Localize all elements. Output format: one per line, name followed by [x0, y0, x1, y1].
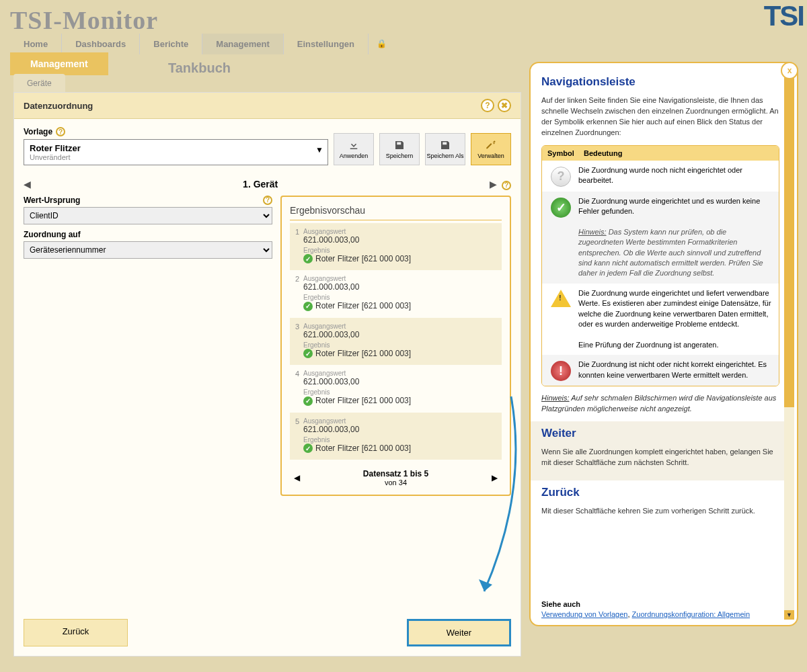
preview-record: 5Ausgangswert621.000.003,00ErgebnisRoter…: [290, 413, 502, 460]
help-hinweis: Hinweis: Auf sehr schmalen Bildschirmen …: [541, 393, 779, 415]
check-icon: [303, 396, 313, 406]
link-konfig[interactable]: Zuordnungskonfiguration: Allgemein: [632, 610, 751, 618]
topnav: Home Dashboards Berichte Management Eins…: [10, 34, 395, 54]
row-text: Die Zuordnung wurde eingerichtet und es …: [578, 196, 773, 279]
th-bedeutung: Bedeutung: [578, 146, 779, 161]
help-icon[interactable]: ?: [56, 127, 65, 136]
warning-icon: [551, 290, 571, 307]
pager-info: Datensatz 1 bis 5von 34: [363, 469, 428, 487]
preview-panel: Ergebnisvorschau 1Ausgangswert621.000.00…: [280, 196, 511, 497]
step-title: 1. Gerät: [243, 179, 278, 190]
zurueck-button[interactable]: Zurück: [24, 619, 128, 646]
geraete-tab[interactable]: Geräte: [13, 74, 65, 93]
weiter-button[interactable]: Weiter: [407, 619, 511, 646]
logo: TSI: [642, 0, 804, 30]
preview-record: 1Ausgangswert621.000.003,00ErgebnisRoter…: [290, 223, 502, 271]
preview-title: Ergebnisvorschau: [290, 205, 502, 220]
step-prev[interactable]: ◀: [24, 179, 31, 190]
scrollbar[interactable]: ▲▼: [784, 69, 794, 620]
check-icon: [303, 254, 313, 263]
row-text: Die Zuordnung wurde eingerichtet und lie…: [578, 288, 773, 350]
check-icon: [303, 444, 313, 453]
wert-ursprung-select[interactable]: ClientID: [24, 207, 272, 224]
main-panel: Datenzuordnung ? ✖ Vorlage ? Roter Flitz…: [13, 92, 521, 657]
lock-icon[interactable]: 🔒: [369, 34, 395, 54]
help-heading: Navigationsleiste: [541, 75, 779, 89]
check-icon: [303, 302, 313, 311]
help-p-weiter: Wenn Sie alle Zuordnungen komplett einge…: [541, 447, 779, 468]
check-icon: [303, 349, 313, 358]
help-icon[interactable]: ?: [263, 196, 272, 205]
nav-berichte[interactable]: Berichte: [140, 34, 202, 54]
help-icon[interactable]: ?: [481, 99, 494, 112]
speichern-als-button[interactable]: Speichern Als: [425, 133, 465, 165]
wert-ursprung-label: Wert-Ursprung?: [24, 196, 272, 205]
question-icon: ?: [551, 167, 571, 187]
help-heading-weiter: Weiter: [541, 427, 779, 440]
row-text: Die Zuordnung wurde noch nicht eingerich…: [578, 165, 773, 186]
symbol-table: SymbolBedeutung ?Die Zuordnung wurde noc…: [541, 145, 779, 386]
preview-record: 3Ausgangswert621.000.003,00ErgebnisRoter…: [290, 318, 502, 366]
vorlage-name: Roter Flitzer: [30, 143, 322, 153]
chevron-down-icon: ▼: [315, 145, 323, 155]
help-panel: x ▲▼ Navigationsleiste Auf der linken Se…: [529, 62, 798, 626]
page-next[interactable]: ▶: [492, 473, 498, 482]
step-next[interactable]: ▶: [490, 179, 497, 190]
verwalten-button[interactable]: Verwalten: [471, 133, 511, 165]
help-icon[interactable]: ?: [502, 181, 511, 190]
help-footer: Siehe auch Verwendung von Vorlagen, Zuor…: [541, 600, 779, 618]
speichern-button[interactable]: Speichern: [379, 133, 420, 165]
anwenden-button[interactable]: Anwenden: [334, 133, 374, 165]
zuordnung-label: Zuordnung auf: [24, 230, 272, 239]
help-intro: Auf der linken Seite finden Sie eine Nav…: [541, 95, 779, 138]
close-icon[interactable]: ✖: [498, 99, 511, 112]
step-nav: ◀ 1. Gerät ▶ ?: [14, 173, 521, 196]
vorlage-label: Vorlage ?: [24, 127, 328, 136]
preview-record: 2Ausgangswert621.000.003,00ErgebnisRoter…: [290, 270, 502, 318]
nav-dashboards[interactable]: Dashboards: [62, 34, 140, 54]
row-text: Die Zuordnung ist nicht oder nicht korre…: [578, 360, 773, 380]
panel-header: Datenzuordnung ? ✖: [14, 93, 521, 119]
error-icon: !: [551, 361, 571, 381]
page-prev[interactable]: ◀: [294, 473, 300, 482]
panel-title: Datenzuordnung: [24, 101, 93, 111]
th-symbol: Symbol: [542, 146, 578, 161]
siehe-label: Siehe auch: [541, 600, 779, 608]
vorlage-select[interactable]: Roter Flitzer Unverändert ▼: [24, 139, 328, 165]
page-title: Tankbuch: [168, 60, 231, 76]
link-vorlagen[interactable]: Verwendung von Vorlagen: [541, 610, 627, 618]
nav-einstellungen[interactable]: Einstellungen: [284, 34, 369, 54]
nav-management[interactable]: Management: [202, 34, 283, 54]
app-title: TSI-Monitor: [10, 5, 158, 35]
nav-home[interactable]: Home: [10, 34, 62, 54]
help-heading-zurueck: Zurück: [541, 486, 779, 499]
check-icon: ✓: [551, 198, 571, 218]
zuordnung-select[interactable]: Geräteseriennummer: [24, 241, 272, 259]
help-p-zurueck: Mit dieser Schaltfläche kehren Sie zum v…: [541, 506, 779, 517]
preview-record: 4Ausgangswert621.000.003,00ErgebnisRoter…: [290, 365, 502, 413]
management-tab[interactable]: Management: [10, 52, 108, 75]
vorlage-status: Unverändert: [30, 153, 322, 161]
help-close-button[interactable]: x: [781, 62, 798, 79]
